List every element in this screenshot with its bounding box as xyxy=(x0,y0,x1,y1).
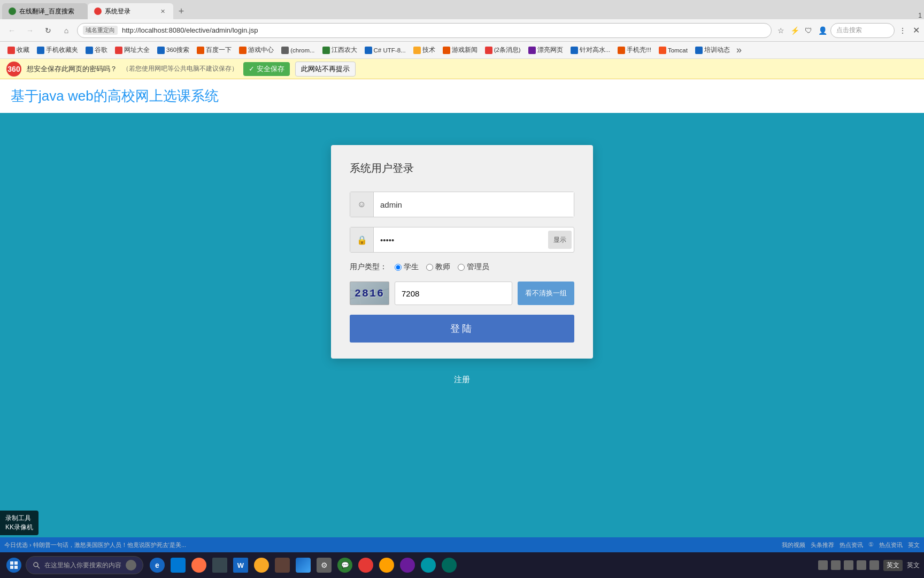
status-hot-info[interactable]: 热点资讯 xyxy=(840,541,863,549)
taskbar-right: 英文 英文 xyxy=(818,560,920,571)
pw-question: 想安全保存此网页的密码吗？ xyxy=(27,64,117,74)
bm-label-5: 百度一下 xyxy=(206,46,232,54)
bookmark-11[interactable]: 游戏新闻 xyxy=(440,45,481,55)
forward-btn[interactable]: → xyxy=(22,23,37,38)
bookmarks-more[interactable]: » xyxy=(734,44,744,56)
url-bar[interactable]: 域名重定向 http://localhost:8080/elective/adm… xyxy=(77,23,772,38)
bookmark-4[interactable]: 360搜索 xyxy=(154,45,192,55)
taskbar-app11[interactable] xyxy=(356,556,375,575)
pw-dismiss-btn[interactable]: 此网站不再提示 xyxy=(295,62,356,77)
sys-icon-1[interactable] xyxy=(818,560,828,570)
bookmark-7[interactable]: (chrom... xyxy=(278,45,318,55)
status-num[interactable]: ① xyxy=(868,541,874,549)
app3-icon xyxy=(191,558,206,573)
bm-icon-6 xyxy=(239,47,247,54)
login-card: 系统用户登录 ☺ 🔒 显示 用户类型： 学生 xyxy=(331,145,593,359)
profile-icon[interactable]: 👤 xyxy=(817,25,828,36)
radio-student[interactable]: 学生 xyxy=(395,262,419,272)
start-btn[interactable] xyxy=(4,556,24,575)
taskbar-apps: e W ⚙ 💬 xyxy=(148,556,459,575)
ie-icon: e xyxy=(150,558,165,573)
taskbar-store[interactable] xyxy=(168,556,188,575)
password-bar: 360 想安全保存此网页的密码吗？ （若您使用网吧等公共电脑不建议保存） ✓ 安… xyxy=(0,59,924,79)
bookmark-0[interactable]: 收藏 xyxy=(4,45,33,55)
sys-icon-3[interactable] xyxy=(844,560,853,570)
360-logo: 360 xyxy=(6,62,21,77)
news-ticker: 今日优选 › 特朗普一句话，激怒美国医护人员！他竟说医护死去'是美... xyxy=(4,541,777,549)
captcha-refresh-btn[interactable]: 看不清换一组 xyxy=(518,282,574,305)
status-headline[interactable]: 头条推荐 xyxy=(811,541,834,549)
taskbar-app12[interactable] xyxy=(377,556,396,575)
status-my-video[interactable]: 我的视频 xyxy=(782,541,805,549)
taskbar-app6[interactable] xyxy=(252,556,271,575)
tab-translate[interactable]: 在线翻译_百度搜索 xyxy=(2,3,88,19)
radio-admin[interactable]: 管理员 xyxy=(458,262,489,272)
browser-search[interactable]: 点击搜索 xyxy=(830,23,895,38)
tab-close-login[interactable]: ✕ xyxy=(158,7,167,16)
bookmark-14[interactable]: 针对高水... xyxy=(567,45,614,55)
bm-icon-12 xyxy=(485,47,492,54)
taskbar-app4[interactable] xyxy=(210,556,229,575)
pw-save-btn[interactable]: ✓ 安全保存 xyxy=(243,62,290,76)
close-window-btn[interactable]: ✕ xyxy=(913,25,920,35)
bookmark-10[interactable]: 技术 xyxy=(410,45,438,55)
bookmark-13[interactable]: 漂亮网页 xyxy=(525,45,566,55)
bookmark-15[interactable]: 手机壳!!! xyxy=(614,45,654,55)
password-input[interactable] xyxy=(374,227,546,252)
sys-icon-2[interactable] xyxy=(831,560,841,570)
app6-icon xyxy=(254,558,269,573)
tab-new-btn[interactable]: + xyxy=(173,3,189,19)
taskbar-gear[interactable]: ⚙ xyxy=(314,556,334,575)
sys-icon-4[interactable] xyxy=(857,560,866,570)
taskbar-word[interactable]: W xyxy=(231,556,250,575)
bm-icon-15 xyxy=(618,47,625,54)
sys-icons xyxy=(818,560,879,570)
login-btn[interactable]: 登陆 xyxy=(350,315,574,343)
taskbar-app15[interactable] xyxy=(440,556,459,575)
shield-icon[interactable]: 🛡 xyxy=(803,25,814,36)
taskbar-mic-icon xyxy=(126,560,136,571)
bookmark-tomcat[interactable]: Tomcat xyxy=(656,45,691,55)
tab-favicon-translate xyxy=(9,7,16,15)
app11-icon xyxy=(358,558,373,573)
status-hot2[interactable]: 热点资讯 xyxy=(879,541,903,549)
taskbar-app13[interactable] xyxy=(398,556,417,575)
extension-icon[interactable]: ⚡ xyxy=(789,25,800,36)
taskbar-app3[interactable] xyxy=(189,556,209,575)
menu-icon[interactable]: ⋮ xyxy=(897,25,908,36)
tab-login[interactable]: 系统登录 ✕ xyxy=(88,3,173,19)
recording-line2: KK录像机 xyxy=(5,523,33,532)
user-type-row: 用户类型： 学生 教师 管理员 xyxy=(350,262,574,272)
username-input[interactable] xyxy=(374,192,574,217)
app15-icon xyxy=(442,558,457,573)
home-btn[interactable]: ⌂ xyxy=(59,23,74,38)
bookmark-3[interactable]: 网址大全 xyxy=(112,45,153,55)
bookmark-icon[interactable]: ☆ xyxy=(775,25,787,36)
back-btn[interactable]: ← xyxy=(4,23,19,38)
taskbar-lang[interactable]: 英文 xyxy=(883,560,903,571)
captcha-row: 2816 看不清换一组 xyxy=(350,282,574,305)
refresh-btn[interactable]: ↻ xyxy=(41,23,56,38)
taskbar-ie[interactable]: e xyxy=(148,556,167,575)
radio-teacher[interactable]: 教师 xyxy=(426,262,450,272)
bookmark-6[interactable]: 游戏中心 xyxy=(236,45,277,55)
taskbar-photo[interactable] xyxy=(294,556,313,575)
sys-icon-5[interactable] xyxy=(869,560,879,570)
status-lang[interactable]: 英文 xyxy=(908,541,920,549)
windows-icon xyxy=(10,561,18,569)
bookmark-5[interactable]: 百度一下 xyxy=(194,45,235,55)
redirect-btn[interactable]: 域名重定向 xyxy=(83,26,118,35)
taskbar-app7[interactable] xyxy=(273,556,292,575)
bookmark-9[interactable]: C# UTF-8... xyxy=(361,45,409,55)
show-password-btn[interactable]: 显示 xyxy=(548,231,572,249)
bookmark-12[interactable]: (2条消息) xyxy=(482,45,524,55)
taskbar-search[interactable]: 在这里输入你要搜索的内容 xyxy=(26,556,143,574)
bookmark-17[interactable]: 培训动态 xyxy=(692,45,733,55)
bookmark-8[interactable]: 江西农大 xyxy=(319,45,360,55)
taskbar-wechat[interactable]: 💬 xyxy=(335,556,355,575)
bookmark-2[interactable]: 谷歌 xyxy=(82,45,111,55)
captcha-input[interactable] xyxy=(395,282,512,305)
register-link[interactable]: 注册 xyxy=(454,375,470,385)
bookmark-1[interactable]: 手机收藏夹 xyxy=(34,45,81,55)
taskbar-app14[interactable] xyxy=(419,556,438,575)
